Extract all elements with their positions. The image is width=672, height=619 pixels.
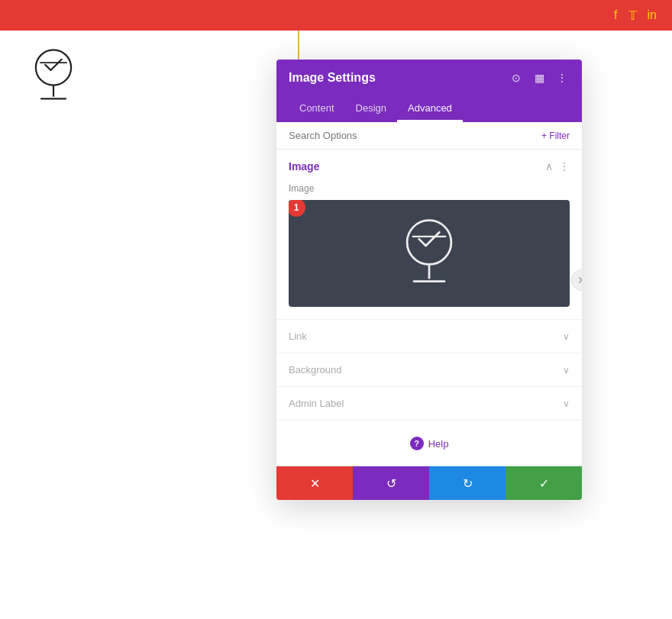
redo-button[interactable]: ↻ — [429, 466, 506, 500]
link-section-title: Link — [289, 330, 307, 342]
layout-icon[interactable]: ▦ — [531, 70, 547, 85]
image-section-content: Image 1 — [276, 183, 582, 319]
undo-button[interactable]: ↺ — [353, 466, 429, 500]
save-button[interactable]: ✓ — [506, 466, 582, 500]
image-section-title: Image — [289, 160, 319, 172]
settings-panel: Image Settings ⊙ ▦ ⋮ Content Design Adva… — [276, 60, 582, 500]
image-upload-area[interactable]: 1 — [289, 200, 570, 307]
help-button[interactable]: ? Help — [410, 437, 449, 450]
responsive-icon[interactable]: ⊙ — [509, 70, 524, 85]
help-section: ? Help — [276, 421, 582, 466]
panel-tabs: Content Design Advanced — [276, 96, 582, 122]
panel-title: Image Settings — [289, 71, 376, 85]
more-icon[interactable]: ⋮ — [554, 70, 570, 85]
filter-button[interactable]: + Filter — [541, 131, 570, 141]
main-content: Image Settings ⊙ ▦ ⋮ Content Design Adva… — [0, 31, 672, 619]
image-section: Image ∧ ⋮ Image 1 — [276, 150, 582, 320]
action-bar: ✕ ↺ ↻ ✓ — [276, 466, 582, 500]
linkedin-icon[interactable]: in — [648, 8, 657, 22]
background-section[interactable]: Background ∨ — [276, 353, 582, 387]
panel-body: Image ∧ ⋮ Image 1 — [276, 150, 582, 466]
collapse-icon[interactable]: ∧ — [545, 160, 553, 172]
admin-label-chevron-icon: ∨ — [563, 398, 570, 409]
search-bar: + Filter — [276, 122, 582, 150]
background-section-title: Background — [289, 364, 341, 376]
panel-header: Image Settings ⊙ ▦ ⋮ — [276, 60, 582, 96]
cancel-button[interactable]: ✕ — [276, 466, 353, 500]
search-input[interactable] — [289, 130, 535, 141]
admin-label-section-title: Admin Label — [289, 398, 344, 409]
facebook-icon[interactable]: f — [614, 8, 617, 22]
section-more-icon[interactable]: ⋮ — [559, 160, 570, 172]
tab-content[interactable]: Content — [289, 96, 345, 122]
image-section-header: Image ∧ ⋮ — [276, 150, 582, 183]
help-label: Help — [428, 438, 449, 450]
link-chevron-icon: ∨ — [563, 331, 570, 342]
logo-icon — [23, 46, 84, 107]
twitter-icon[interactable]: 𝕋 — [628, 8, 637, 23]
image-number-badge: 1 — [289, 200, 305, 217]
admin-label-section[interactable]: Admin Label ∨ — [276, 387, 582, 421]
image-preview-icon — [395, 215, 464, 292]
link-section[interactable]: Link ∨ — [276, 320, 582, 353]
image-field-label: Image — [289, 183, 570, 194]
top-bar: f 𝕋 in — [0, 0, 672, 31]
logo-area — [23, 46, 84, 110]
tab-advanced[interactable]: Advanced — [397, 96, 463, 122]
tab-design[interactable]: Design — [345, 96, 397, 122]
vertical-indicator — [298, 31, 299, 61]
image-section-controls: ∧ ⋮ — [545, 160, 570, 172]
background-chevron-icon: ∨ — [563, 365, 570, 376]
panel-header-icons: ⊙ ▦ ⋮ — [509, 70, 570, 85]
help-icon: ? — [410, 437, 424, 450]
